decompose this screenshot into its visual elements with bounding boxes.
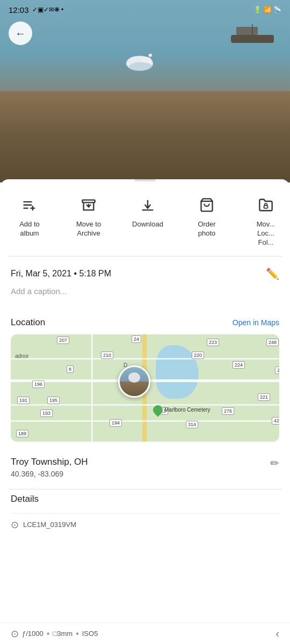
- road-label-220: 220: [192, 352, 204, 359]
- exif-bar: ⊙ LCE1M_0319VM: [11, 513, 279, 533]
- move-to-archive-icon: [78, 194, 99, 216]
- download-label: Download: [132, 220, 163, 229]
- playlist-add-svg: [22, 197, 37, 213]
- svg-rect-5: [236, 27, 258, 35]
- road-label-221: 221: [258, 393, 270, 401]
- location-header: Location Open in Maps: [11, 317, 279, 328]
- time-display: 12:03: [9, 5, 29, 14]
- map-road-h2: [11, 358, 279, 360]
- date-row: Fri, Mar 5, 2021 • 5:18 PM ✏️: [11, 267, 279, 280]
- location-name: Troy Township, OH: [11, 457, 279, 467]
- bottom-info-left: ⊙ ƒ/1000 • □3mm • ISO5: [11, 628, 98, 640]
- road-label-191: 191: [17, 397, 30, 404]
- back-button[interactable]: ←: [9, 21, 32, 45]
- cemetery-marker: Marlboro Cemetery: [153, 405, 211, 415]
- add-to-album-icon: [19, 194, 40, 216]
- status-icons: ✓▣✓✉❋ •: [32, 6, 64, 13]
- move-to-archive-label: Move toArchive: [76, 220, 101, 238]
- shutter-icon: ⊙: [11, 628, 19, 640]
- move-to-folder-icon: [255, 194, 277, 216]
- exif-iso: ISO5: [82, 630, 98, 638]
- road-label-8: 8: [67, 365, 74, 373]
- order-photo-icon: [196, 194, 218, 216]
- location-coords: 40.369, -83.069: [11, 470, 279, 478]
- back-arrow-icon: ←: [15, 27, 26, 40]
- bottom-sheet: Add toalbum Move toArchive: [0, 179, 290, 580]
- road-label-194: 194: [110, 419, 122, 427]
- location-title: Location: [11, 317, 45, 328]
- road-label-42: 42: [272, 417, 279, 425]
- caption-input[interactable]: Add a caption...: [11, 287, 279, 296]
- road-label-195: 195: [47, 397, 60, 404]
- svg-point-2: [149, 54, 152, 57]
- road-label-207: 207: [57, 336, 69, 344]
- add-to-album-button[interactable]: Add toalbum: [0, 190, 59, 252]
- road-label-193: 193: [40, 409, 53, 417]
- edit-location-icon[interactable]: ✏: [270, 457, 279, 470]
- download-svg: [140, 197, 155, 213]
- bottom-padding: [0, 537, 290, 580]
- map-road-v2: [91, 334, 93, 442]
- map-container[interactable]: 207 24 223 248 210 220 224 8 242 196 191…: [11, 334, 279, 442]
- swan-image: [118, 43, 161, 75]
- details-title: Details: [11, 494, 279, 504]
- road-label-276: 276: [222, 407, 234, 415]
- move-to-archive-button[interactable]: Move toArchive: [59, 190, 118, 252]
- photo-area: ←: [0, 0, 290, 182]
- svg-rect-4: [231, 35, 274, 43]
- road-label-196: 196: [32, 380, 45, 388]
- exif-focal: □3mm: [53, 630, 73, 638]
- order-photo-button[interactable]: Orderphoto: [177, 190, 236, 252]
- road-label-248: 248: [266, 339, 279, 346]
- adnor-label: adnor: [15, 353, 29, 359]
- road-label-24: 24: [132, 335, 141, 343]
- location-info-row: Troy Township, OH 40.369, -83.069 ✏: [11, 450, 279, 489]
- add-to-album-label: Add toalbum: [19, 220, 40, 238]
- road-label-314: 314: [186, 421, 198, 428]
- download-icon: [137, 194, 158, 216]
- order-photo-label: Orderphoto: [198, 220, 215, 238]
- boat-image: [226, 21, 279, 48]
- location-section: Location Open in Maps 207 24 223 248 210: [0, 317, 290, 489]
- camera-icon: ⊙: [11, 519, 19, 531]
- svg-point-3: [129, 62, 153, 71]
- status-right: 🔋 📶 📡: [253, 6, 281, 13]
- cemetery-pin: [151, 403, 164, 416]
- map-photo-pin: [118, 365, 150, 398]
- grass-overlay: [0, 91, 290, 182]
- folder-lock-svg: [258, 197, 273, 213]
- exif-aperture: ƒ/1000: [22, 630, 44, 638]
- road-label-189: 189: [16, 430, 28, 437]
- details-section: Details ⊙ LCE1M_0319VM: [0, 489, 290, 537]
- cemetery-label: Marlboro Cemetery: [164, 407, 211, 413]
- actions-row: Add toalbum Move toArchive: [0, 181, 290, 256]
- archive-svg: [81, 197, 96, 213]
- edit-datetime-icon[interactable]: ✏️: [266, 267, 279, 280]
- road-label-224: 224: [233, 361, 245, 369]
- download-button[interactable]: Download: [118, 190, 177, 252]
- status-bar: 12:03 ✓▣✓✉❋ • 🔋 📶 📡: [0, 0, 290, 19]
- map-road-h3: [11, 404, 279, 406]
- status-left: 12:03 ✓▣✓✉❋ •: [9, 5, 63, 14]
- road-label-242: 242: [275, 367, 279, 374]
- battery-icon: 🔋 📶 📡: [253, 6, 281, 13]
- open-in-maps-link[interactable]: Open in Maps: [233, 318, 279, 327]
- road-label-210: 210: [101, 352, 113, 359]
- info-section: Fri, Mar 5, 2021 • 5:18 PM ✏️ Add a capt…: [0, 257, 290, 317]
- filename-partial: LCE1M_0319VM: [23, 521, 76, 529]
- move-to-folder-label: Mov...Loc...Fol...: [257, 220, 275, 247]
- svg-rect-17: [264, 206, 268, 208]
- collapse-icon[interactable]: ‹: [276, 627, 279, 640]
- road-label-223: 223: [207, 339, 219, 346]
- move-to-folder-button[interactable]: Mov...Loc...Fol...: [236, 190, 290, 252]
- date-text: Fri, Mar 5, 2021 • 5:18 PM: [11, 269, 111, 279]
- map-road-h4: [11, 420, 279, 422]
- svg-rect-12: [82, 200, 95, 203]
- cart-svg: [199, 197, 214, 213]
- bottom-exif-bar: ⊙ ƒ/1000 • □3mm • ISO5 ‹: [0, 623, 290, 644]
